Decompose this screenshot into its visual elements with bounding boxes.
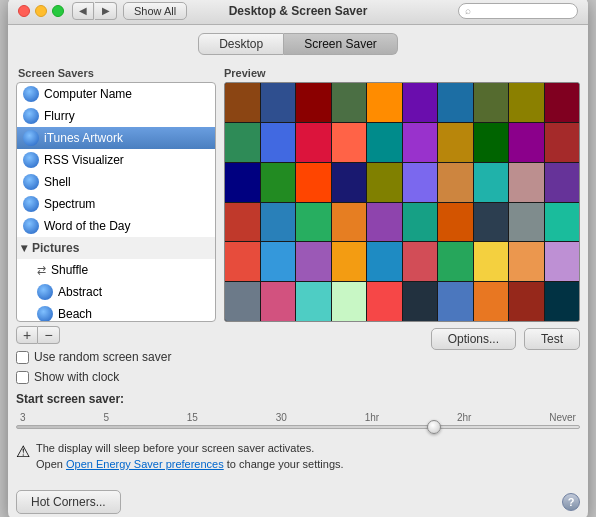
- album-cell: [438, 282, 473, 321]
- list-item-computer-name[interactable]: Computer Name: [17, 83, 215, 105]
- album-cell: [332, 83, 367, 122]
- album-cell: [509, 163, 544, 202]
- random-saver-row: Use random screen saver: [16, 350, 216, 364]
- item-label: iTunes Artwork: [44, 131, 123, 145]
- saver-icon: [23, 174, 39, 190]
- album-cell: [261, 163, 296, 202]
- saver-icon: [23, 130, 39, 146]
- album-cell: [367, 282, 402, 321]
- slider-track: [16, 425, 580, 429]
- album-cell: [261, 203, 296, 242]
- list-item-flurry[interactable]: Flurry: [17, 105, 215, 127]
- album-cell: [438, 242, 473, 281]
- add-saver-button[interactable]: +: [16, 326, 38, 344]
- album-cell: [225, 203, 260, 242]
- preview-label: Preview: [224, 67, 580, 79]
- footer-row: Hot Corners... ?: [8, 484, 588, 517]
- list-item-beach[interactable]: Beach: [17, 303, 215, 322]
- forward-button[interactable]: ▶: [95, 2, 117, 20]
- item-label: Computer Name: [44, 87, 132, 101]
- bottom-section: Start screen saver: 3 5 15 30 1hr 2hr Ne…: [8, 392, 588, 484]
- album-cell: [545, 203, 580, 242]
- close-button[interactable]: [18, 5, 30, 17]
- titlebar: ◀ ▶ Show All Desktop & Screen Saver ⌕: [8, 0, 588, 25]
- album-cell: [438, 203, 473, 242]
- album-cell: [367, 203, 402, 242]
- remove-saver-button[interactable]: −: [38, 326, 60, 344]
- search-box: ⌕: [458, 3, 578, 19]
- album-cell: [367, 83, 402, 122]
- album-cell: [509, 123, 544, 162]
- help-button[interactable]: ?: [562, 493, 580, 511]
- album-cell: [545, 83, 580, 122]
- search-input[interactable]: [474, 5, 571, 17]
- album-cell: [296, 163, 331, 202]
- list-item-shell[interactable]: Shell: [17, 171, 215, 193]
- list-item-word[interactable]: Word of the Day: [17, 215, 215, 237]
- list-item-abstract[interactable]: Abstract: [17, 281, 215, 303]
- list-item-itunes[interactable]: iTunes Artwork: [17, 127, 215, 149]
- album-cell: [509, 83, 544, 122]
- album-cell: [332, 242, 367, 281]
- options-button[interactable]: Options...: [431, 328, 516, 350]
- album-cell: [332, 123, 367, 162]
- item-label: RSS Visualizer: [44, 153, 124, 167]
- album-cell: [403, 203, 438, 242]
- maximize-button[interactable]: [52, 5, 64, 17]
- saver-icon: [23, 152, 39, 168]
- savers-list: Computer Name Flurry iTunes Artwork RSS …: [16, 82, 216, 322]
- content-area: Screen Savers Computer Name Flurry iTune…: [8, 59, 588, 392]
- list-item-shuffle[interactable]: ⇄ Shuffle: [17, 259, 215, 281]
- item-label: Flurry: [44, 109, 75, 123]
- album-cell: [545, 163, 580, 202]
- item-label: Abstract: [58, 285, 102, 299]
- saver-icon: [37, 284, 53, 300]
- hot-corners-button[interactable]: Hot Corners...: [16, 490, 121, 514]
- album-cell: [438, 83, 473, 122]
- album-cell: [225, 123, 260, 162]
- traffic-lights: [18, 5, 64, 17]
- album-cell: [474, 163, 509, 202]
- album-cell: [332, 163, 367, 202]
- random-saver-checkbox[interactable]: [16, 351, 29, 364]
- tab-segment: Desktop Screen Saver: [198, 33, 398, 55]
- show-clock-checkbox[interactable]: [16, 371, 29, 384]
- back-button[interactable]: ◀: [72, 2, 94, 20]
- test-button[interactable]: Test: [524, 328, 580, 350]
- item-label: Beach: [58, 307, 92, 321]
- saver-icon: [23, 86, 39, 102]
- album-grid: [225, 83, 579, 321]
- album-cell: [403, 83, 438, 122]
- album-cell: [509, 242, 544, 281]
- nav-arrows: ◀ ▶: [72, 2, 117, 20]
- saver-icon: [23, 196, 39, 212]
- album-cell: [474, 203, 509, 242]
- album-cell: [225, 282, 260, 321]
- warning-suffix: to change your settings.: [224, 458, 344, 470]
- tab-bar: Desktop Screen Saver: [8, 25, 588, 59]
- album-cell: [261, 83, 296, 122]
- album-cell: [367, 242, 402, 281]
- list-item-spectrum[interactable]: Spectrum: [17, 193, 215, 215]
- energy-saver-link[interactable]: Open Energy Saver preferences: [66, 458, 224, 470]
- album-cell: [296, 242, 331, 281]
- album-cell: [403, 282, 438, 321]
- album-cell: [261, 123, 296, 162]
- tab-desktop[interactable]: Desktop: [198, 33, 284, 55]
- album-cell: [509, 282, 544, 321]
- open-text: Open: [36, 458, 66, 470]
- preview-area: [224, 82, 580, 322]
- minimize-button[interactable]: [35, 5, 47, 17]
- tab-screensaver[interactable]: Screen Saver: [284, 33, 398, 55]
- list-controls: + −: [16, 326, 216, 344]
- album-cell: [332, 282, 367, 321]
- album-cell: [545, 282, 580, 321]
- list-item-rss[interactable]: RSS Visualizer: [17, 149, 215, 171]
- warning-icon: ⚠: [16, 442, 30, 461]
- show-all-button[interactable]: Show All: [123, 2, 187, 20]
- album-cell: [474, 83, 509, 122]
- main-window: ◀ ▶ Show All Desktop & Screen Saver ⌕ De…: [8, 0, 588, 517]
- list-item-pictures-category[interactable]: ▾ Pictures: [17, 237, 215, 259]
- album-cell: [296, 123, 331, 162]
- right-panel: Preview: [224, 67, 580, 384]
